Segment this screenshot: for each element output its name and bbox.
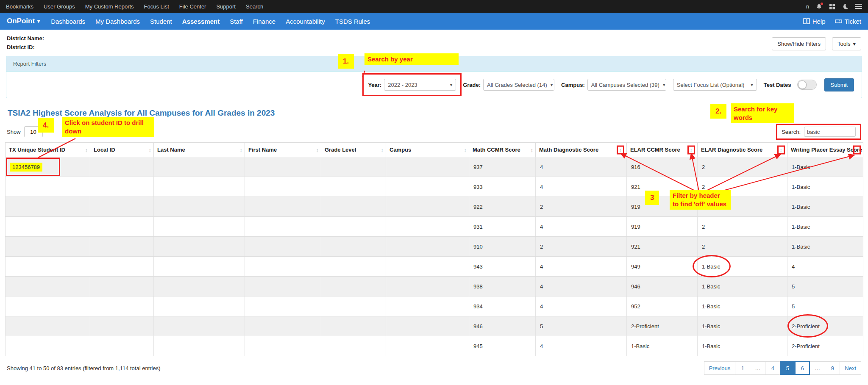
nav-item-accountability[interactable]: Accountability <box>286 18 325 25</box>
cell: 1-Basic <box>698 316 787 336</box>
tools-button[interactable]: Tools ▾ <box>832 37 861 50</box>
sort-icon[interactable]: ↕ <box>316 147 319 152</box>
help-button[interactable]: Help <box>803 18 826 25</box>
cell: 1-Basic <box>698 336 787 356</box>
nav-item-assessment[interactable]: Assessment <box>182 18 220 25</box>
cell <box>6 257 90 277</box>
cell <box>154 157 245 177</box>
show-hide-filters-button[interactable]: Show/Hide Filters <box>772 37 826 50</box>
sort-icon[interactable]: ↕ <box>149 147 152 152</box>
nav-item-my-dashboards[interactable]: My Dashboards <box>95 18 140 25</box>
table-row: 93849461-Basic5 <box>6 277 863 296</box>
col-header-local-id[interactable]: Local ID↕ <box>90 143 154 157</box>
sort-icon[interactable]: ↕ <box>531 147 534 152</box>
student-id-link[interactable]: 123456789 <box>10 163 42 172</box>
cell <box>6 296 90 316</box>
cell-text: 1-Basic <box>792 204 810 210</box>
filter-sort-icon[interactable]: ↕ <box>687 145 696 154</box>
cell-text: 4 <box>540 164 543 170</box>
col-header-label: ELAR Diagnostic Score <box>701 147 762 153</box>
brand-onpoint[interactable]: OnPoint ▾ <box>7 17 40 25</box>
sort-icon[interactable]: ↕ <box>240 147 243 152</box>
cell <box>386 217 469 237</box>
nav-item-tsds-rules[interactable]: TSDS Rules <box>335 18 370 25</box>
cell: 2 <box>698 177 787 197</box>
cell-text: 5 <box>540 323 543 330</box>
topbar-item-search[interactable]: Search <box>246 3 263 10</box>
cell <box>90 197 154 217</box>
cell: 946 <box>627 277 698 296</box>
caret-down-icon: ▾ <box>551 82 553 88</box>
page-button-5[interactable]: 5 <box>780 361 795 375</box>
col-header-math-diagnostic-score[interactable]: Math Diagnostic Score↕ <box>536 143 627 157</box>
page-button-6[interactable]: 6 <box>795 361 810 375</box>
bell-icon[interactable] <box>816 3 822 10</box>
cell-text: 5 <box>792 303 795 310</box>
topbar-item-my-custom-reports[interactable]: My Custom Reports <box>85 3 134 10</box>
page-button-item: … <box>750 361 765 375</box>
col-header-campus[interactable]: Campus↕ <box>386 143 469 157</box>
nav-item-dashboards[interactable]: Dashboards <box>51 18 85 25</box>
col-header-tx-unique-student-id[interactable]: TX Unique Student ID↕ <box>6 143 90 157</box>
show-entries-input[interactable] <box>24 126 43 137</box>
filter-sort-icon[interactable]: ↕ <box>617 145 625 154</box>
filter-sort-icon[interactable]: ↕ <box>777 145 785 154</box>
menu-icon[interactable] <box>855 3 862 9</box>
topbar-item-bookmarks[interactable]: Bookmarks <box>6 3 33 10</box>
page-button-item: … <box>810 361 825 375</box>
grade-select[interactable]: All Grades Selected (14) ▾ <box>483 79 554 91</box>
cell <box>245 197 321 217</box>
page-button-4[interactable]: 4 <box>765 361 780 375</box>
col-header-writing-placer-essay-score[interactable]: Writing Placer Essay Score↕ <box>787 143 863 157</box>
sort-icon[interactable]: ↕ <box>381 147 384 152</box>
page-button-9[interactable]: 9 <box>825 361 840 375</box>
caret-down-icon: ▾ <box>751 82 753 88</box>
col-header-grade-level[interactable]: Grade Level↕ <box>321 143 386 157</box>
moon-icon[interactable] <box>842 3 849 10</box>
ticket-button[interactable]: Ticket <box>835 18 861 25</box>
nav-item-student[interactable]: Student <box>150 18 172 25</box>
cell <box>245 296 321 316</box>
pagination: Previous1…456…9Next <box>704 361 861 375</box>
test-dates-group: Test Dates <box>764 80 817 90</box>
topbar-item-focus-list[interactable]: Focus List <box>144 3 169 10</box>
strip-buttons: Show/Hide Filters Tools ▾ <box>772 37 861 52</box>
cell: 1-Basic <box>787 177 863 197</box>
test-dates-toggle[interactable] <box>797 80 817 90</box>
toggle-knob <box>798 80 807 89</box>
sort-icon[interactable]: ↕ <box>464 147 467 152</box>
topbar-item-file-center[interactable]: File Center <box>179 3 206 10</box>
cell <box>90 157 154 177</box>
col-header-elar-diagnostic-score[interactable]: ELAR Diagnostic Score↕ <box>698 143 787 157</box>
year-select[interactable]: 2022 - 2023 ▾ <box>384 79 456 91</box>
col-header-math-ccmr-score[interactable]: Math CCMR Score↕ <box>469 143 536 157</box>
filter-sort-icon[interactable]: ↕ <box>853 145 861 154</box>
cell <box>6 217 90 237</box>
col-header-last-name[interactable]: Last Name↕ <box>154 143 245 157</box>
cell <box>154 277 245 296</box>
search-input[interactable] <box>804 127 856 137</box>
cell: 1-Basic <box>698 296 787 316</box>
cell <box>245 177 321 197</box>
sort-icon[interactable]: ↕ <box>85 147 88 152</box>
cell <box>6 316 90 336</box>
page-button-previous[interactable]: Previous <box>704 361 736 375</box>
topbar-item-user-groups[interactable]: User Groups <box>44 3 75 10</box>
col-header-first-name[interactable]: First Name↕ <box>245 143 321 157</box>
nav-item-finance[interactable]: Finance <box>253 18 275 25</box>
submit-button[interactable]: Submit <box>824 78 854 91</box>
nav-item-staff[interactable]: Staff <box>230 18 243 25</box>
campus-select[interactable]: All Campuses Selected (39) ▾ <box>587 79 666 91</box>
ticket-icon <box>835 19 842 24</box>
topbar-item-support[interactable]: Support <box>216 3 236 10</box>
cell-text: 1-Basic <box>792 224 810 230</box>
col-header-elar-ccmr-score[interactable]: ELAR CCMR Score↕ <box>627 143 698 157</box>
cell: 2 <box>698 157 787 177</box>
focus-list-select[interactable]: Select Focus List (Optional) ▾ <box>673 79 757 91</box>
cell <box>90 316 154 336</box>
apps-icon[interactable] <box>829 3 835 10</box>
page-button-1[interactable]: 1 <box>735 361 750 375</box>
cell-text: 952 <box>631 303 640 310</box>
cell-text: 921 <box>631 244 640 250</box>
page-button-next[interactable]: Next <box>840 361 861 375</box>
